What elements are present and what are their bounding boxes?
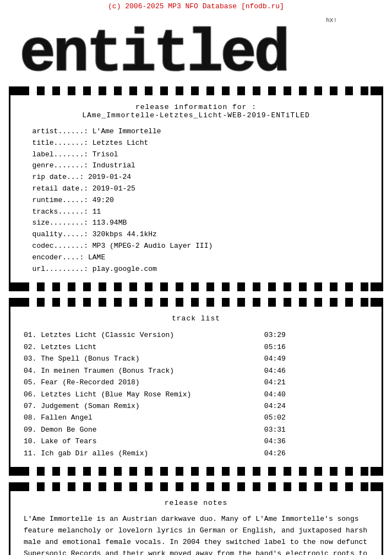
section-top-bar xyxy=(10,86,382,95)
track-section-top-bar xyxy=(10,298,382,307)
copyright-bar: (c) 2006-2025 MP3 NFO Database [nfodb.ru… xyxy=(0,0,392,12)
corner-right xyxy=(371,298,382,307)
deco-bar-middle xyxy=(21,86,371,95)
track-row: 01. Letztes Licht (Classic Version) 03:2… xyxy=(24,329,368,341)
track-row: 04. In meinen Traumen (Bonus Track) 04:4… xyxy=(24,365,368,377)
release-info-row: quality.....: 320kbps 44.1kHz xyxy=(24,229,368,241)
notes-section-top-bar xyxy=(10,482,382,491)
release-info-fields: artist......: L'Ame Immortelle title....… xyxy=(24,126,368,275)
release-notes-section: release notes L'Ame Immortelle is an Aus… xyxy=(9,482,383,555)
logo-svg: .logo-letter { font-family: 'Courier New… xyxy=(14,16,378,77)
release-info-row: size........: 113.94MB xyxy=(24,217,368,229)
corner-left xyxy=(10,482,21,491)
corner-left-bottom xyxy=(10,467,21,476)
track-row: 08. Fallen Angel 05:02 xyxy=(24,412,368,423)
track-list-content: track list 01. Letztes Licht (Classic Ve… xyxy=(10,307,382,467)
release-info-row: title.......: Letztes Licht xyxy=(24,138,368,149)
track-row: 11. Ich gab Dir alles (Remix) 04:26 xyxy=(24,448,368,459)
section-bottom-bar xyxy=(10,282,382,291)
release-info-row: runtime.....: 49:20 xyxy=(24,195,368,206)
track-list-section: track list 01. Letztes Licht (Classic Ve… xyxy=(9,298,383,476)
release-info-content: release information for : LAme_Immortell… xyxy=(10,95,382,282)
deco-bar-middle xyxy=(21,482,371,491)
track-row: 09. Demon Be Gone 03:31 xyxy=(24,424,368,436)
track-row: 06. Letztes Licht (Blue May Rose Remix) … xyxy=(24,389,368,400)
release-info-row: rip date...: 2019-01-24 xyxy=(24,172,368,183)
corner-left-bottom xyxy=(10,282,21,291)
track-row: 02. Letztes Licht 05:16 xyxy=(24,341,368,353)
release-info-row: artist......: L'Ame Immortelle xyxy=(24,126,368,138)
release-info-row: tracks......: 11 xyxy=(24,206,368,218)
track-list-items: 01. Letztes Licht (Classic Version) 03:2… xyxy=(24,329,368,459)
release-info-title: release information for : LAme_Immortell… xyxy=(24,103,368,119)
copyright-text: (c) 2006-2025 MP3 NFO Database [nfodb.ru… xyxy=(108,2,284,10)
corner-left xyxy=(10,86,21,95)
release-notes-text: L'Ame Immortelle is an Austrian darkwave… xyxy=(24,514,368,555)
corner-left xyxy=(10,298,21,307)
release-info-row: url.........: play.google.com xyxy=(24,264,368,275)
corner-right-bottom xyxy=(371,467,382,476)
track-row: 03. The Spell (Bonus Track) 04:49 xyxy=(24,353,368,364)
track-row: 07. Judgement (Soman Remix) 04:24 xyxy=(24,400,368,412)
release-info-row: codec.......: MP3 (MPEG-2 Audio Layer II… xyxy=(24,241,368,252)
track-list-title: track list xyxy=(24,314,368,323)
corner-right xyxy=(371,482,382,491)
release-info-section: release information for : LAme_Immortell… xyxy=(9,86,383,291)
deco-bar-middle-bottom xyxy=(21,467,371,476)
logo-area: hX! .logo-letter { font-family: 'Courier… xyxy=(0,12,392,81)
deco-bar-middle xyxy=(21,298,371,307)
release-notes-content: release notes L'Ame Immortelle is an Aus… xyxy=(10,491,382,555)
track-section-bottom-bar xyxy=(10,467,382,476)
release-info-row: label.......: Trisol xyxy=(24,149,368,161)
svg-text:entitled: entitled xyxy=(20,20,287,77)
track-row: 10. Lake of Tears 04:36 xyxy=(24,436,368,447)
release-notes-title: release notes xyxy=(24,499,368,507)
release-info-row: retail date.: 2019-01-25 xyxy=(24,183,368,195)
corner-right xyxy=(371,86,382,95)
deco-bar-middle-bottom xyxy=(21,282,371,291)
corner-right-bottom xyxy=(371,282,382,291)
track-row: 05. Fear (Re-Recorded 2018) 04:21 xyxy=(24,377,368,388)
release-info-row: genre.......: Industrial xyxy=(24,160,368,172)
release-info-row: encoder....: LAME xyxy=(24,252,368,264)
